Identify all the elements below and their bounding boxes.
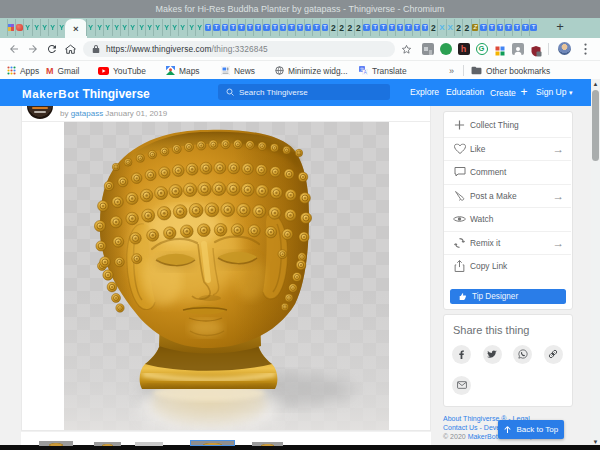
svg-text:A: A bbox=[364, 70, 367, 75]
